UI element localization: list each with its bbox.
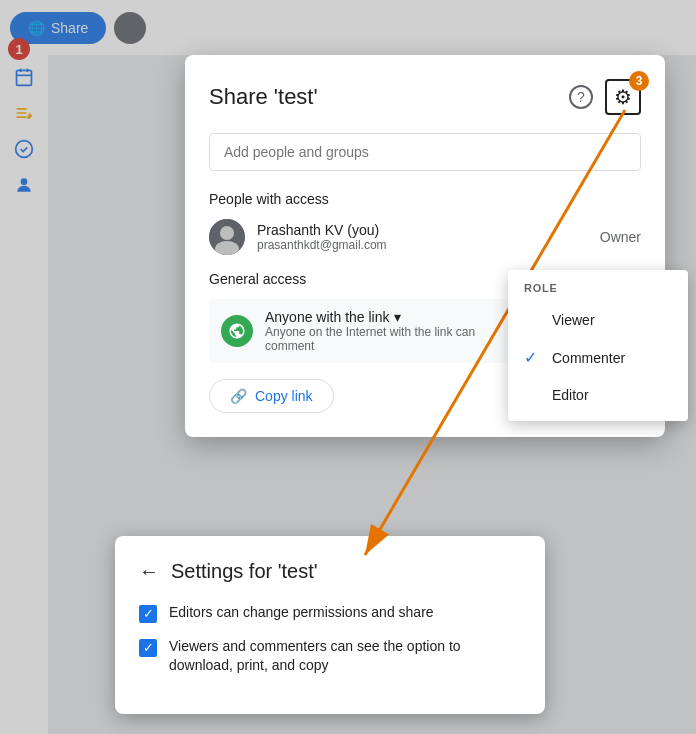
people-section-label: People with access <box>209 191 641 207</box>
role-item-commenter[interactable]: ✓ Commenter <box>508 338 688 377</box>
dialog-title: Share 'test' <box>209 84 318 110</box>
editor-label: Editor <box>552 387 589 403</box>
settings-option-2: ✓ Viewers and commenters can see the opt… <box>139 637 521 676</box>
badge-3: 3 <box>629 71 649 91</box>
access-globe-icon <box>221 315 253 347</box>
help-icon[interactable]: ? <box>569 85 593 109</box>
option-1-text: Editors can change permissions and share <box>169 603 434 623</box>
dialog-header: Share 'test' ? ⚙ 3 <box>209 79 641 115</box>
check-icon-2: ✓ <box>143 640 154 655</box>
access-type: Anyone with the link ▾ <box>265 309 512 325</box>
settings-option-1: ✓ Editors can change permissions and sha… <box>139 603 521 623</box>
settings-header: ← Settings for 'test' <box>139 560 521 583</box>
gear-icon: ⚙ <box>614 85 632 109</box>
commenter-label-item: Commenter <box>552 350 625 366</box>
role-item-viewer[interactable]: Viewer <box>508 302 688 338</box>
copy-link-label: Copy link <box>255 388 313 404</box>
add-people-input[interactable] <box>209 133 641 171</box>
svg-point-7 <box>220 226 234 240</box>
access-info: Anyone with the link ▾ Anyone on the Int… <box>265 309 512 353</box>
copy-link-button[interactable]: 🔗 Copy link <box>209 379 334 413</box>
role-item-editor[interactable]: Editor <box>508 377 688 413</box>
person-row: Prashanth KV (you) prasanthkdt@gmail.com… <box>209 219 641 255</box>
back-arrow-icon[interactable]: ← <box>139 560 159 583</box>
settings-title: Settings for 'test' <box>171 560 318 583</box>
role-header: ROLE <box>508 278 688 302</box>
commenter-check: ✓ <box>524 348 544 367</box>
header-icons: ? ⚙ 3 <box>569 79 641 115</box>
settings-icon-btn[interactable]: ⚙ 3 <box>605 79 641 115</box>
person-info: Prashanth KV (you) prasanthkdt@gmail.com <box>257 222 588 252</box>
person-name: Prashanth KV (you) <box>257 222 588 238</box>
access-desc: Anyone on the Internet with the link can… <box>265 325 512 353</box>
chevron-down-icon[interactable]: ▾ <box>394 309 401 325</box>
person-avatar <box>209 219 245 255</box>
check-icon-1: ✓ <box>143 606 154 621</box>
checkbox-viewers[interactable]: ✓ <box>139 639 157 657</box>
settings-dialog: ← Settings for 'test' ✓ Editors can chan… <box>115 536 545 714</box>
option-2-text: Viewers and commenters can see the optio… <box>169 637 521 676</box>
link-icon: 🔗 <box>230 388 247 404</box>
checkbox-editors[interactable]: ✓ <box>139 605 157 623</box>
viewer-label: Viewer <box>552 312 595 328</box>
person-email: prasanthkdt@gmail.com <box>257 238 588 252</box>
person-role: Owner <box>600 229 641 245</box>
role-dropdown: ROLE Viewer ✓ Commenter Editor <box>508 270 688 421</box>
